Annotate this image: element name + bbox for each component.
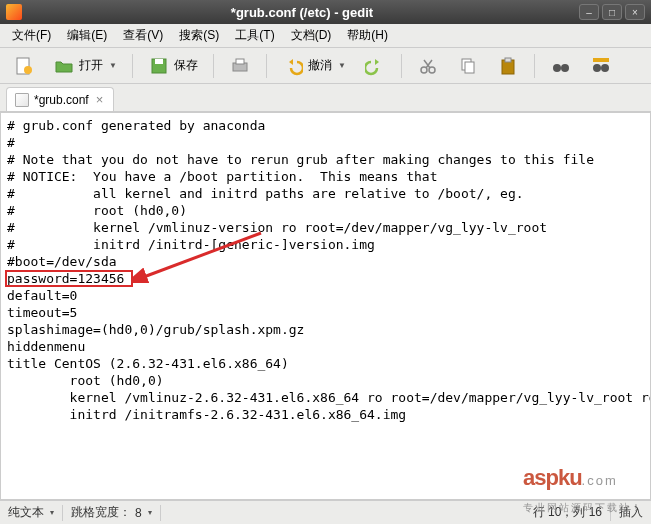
chevron-down-icon: ▾ xyxy=(148,508,152,517)
separator xyxy=(401,54,402,78)
separator xyxy=(160,505,161,521)
save-button[interactable]: 保存 xyxy=(141,52,205,80)
tab-label: *grub.conf xyxy=(34,93,89,107)
open-label: 打开 xyxy=(79,57,103,74)
binoculars-icon xyxy=(550,55,572,77)
printer-icon xyxy=(229,55,251,77)
svg-rect-11 xyxy=(505,58,511,62)
undo-button[interactable]: 撤消 ▼ xyxy=(275,52,353,80)
menu-tools[interactable]: 工具(T) xyxy=(227,24,282,47)
svg-rect-16 xyxy=(593,58,609,62)
redo-button[interactable] xyxy=(357,52,393,80)
paste-button[interactable] xyxy=(490,52,526,80)
svg-point-1 xyxy=(24,66,32,74)
svg-rect-5 xyxy=(236,59,244,64)
status-tabwidth[interactable]: 跳格宽度： 8 ▾ xyxy=(63,504,160,521)
menubar: 文件(F) 编辑(E) 查看(V) 搜索(S) 工具(T) 文档(D) 帮助(H… xyxy=(0,24,651,48)
titlebar: *grub.conf (/etc) - gedit – □ × xyxy=(0,0,651,24)
open-button[interactable]: 打开 ▼ xyxy=(46,52,124,80)
save-label: 保存 xyxy=(174,57,198,74)
status-insert: 插入 xyxy=(611,504,651,521)
folder-open-icon xyxy=(53,55,75,77)
toolbar: 打开 ▼ 保存 撤消 ▼ xyxy=(0,48,651,84)
document-icon xyxy=(15,93,29,107)
redo-icon xyxy=(364,55,386,77)
separator xyxy=(534,54,535,78)
print-button[interactable] xyxy=(222,52,258,80)
undo-label: 撤消 xyxy=(308,57,332,74)
menu-documents[interactable]: 文档(D) xyxy=(283,24,340,47)
separator xyxy=(213,54,214,78)
svg-point-15 xyxy=(601,64,609,72)
cut-button[interactable] xyxy=(410,52,446,80)
paste-icon xyxy=(497,55,519,77)
menu-help[interactable]: 帮助(H) xyxy=(339,24,396,47)
replace-button[interactable] xyxy=(583,52,619,80)
find-button[interactable] xyxy=(543,52,579,80)
close-button[interactable]: × xyxy=(625,4,645,20)
chevron-down-icon: ▾ xyxy=(50,508,54,517)
separator xyxy=(266,54,267,78)
new-button[interactable] xyxy=(6,52,42,80)
save-icon xyxy=(148,55,170,77)
status-mode[interactable]: 纯文本 ▾ xyxy=(0,504,62,521)
undo-icon xyxy=(282,55,304,77)
maximize-button[interactable]: □ xyxy=(602,4,622,20)
window-title: *grub.conf (/etc) - gedit xyxy=(28,5,576,20)
menu-file[interactable]: 文件(F) xyxy=(4,24,59,47)
separator xyxy=(132,54,133,78)
copy-icon xyxy=(457,55,479,77)
tab-close-icon[interactable]: × xyxy=(94,92,106,107)
chevron-down-icon: ▼ xyxy=(338,61,346,70)
menu-edit[interactable]: 编辑(E) xyxy=(59,24,115,47)
menu-view[interactable]: 查看(V) xyxy=(115,24,171,47)
editor-area[interactable]: # grub.conf generated by anaconda # # No… xyxy=(0,112,651,500)
statusbar: 纯文本 ▾ 跳格宽度： 8 ▾ 行 10，列 16 插入 xyxy=(0,500,651,524)
svg-rect-3 xyxy=(155,59,163,64)
tab-grub-conf[interactable]: *grub.conf × xyxy=(6,87,114,111)
minimize-button[interactable]: – xyxy=(579,4,599,20)
menu-search[interactable]: 搜索(S) xyxy=(171,24,227,47)
document-tabstrip: *grub.conf × xyxy=(0,84,651,112)
svg-rect-9 xyxy=(465,62,474,73)
new-icon xyxy=(13,55,35,77)
scissors-icon xyxy=(417,55,439,77)
gedit-icon xyxy=(6,4,22,20)
find-replace-icon xyxy=(590,55,612,77)
status-position: 行 10，列 16 xyxy=(525,504,610,521)
copy-button[interactable] xyxy=(450,52,486,80)
svg-point-13 xyxy=(561,64,569,72)
chevron-down-icon: ▼ xyxy=(109,61,117,70)
annotation-highlight xyxy=(5,270,133,287)
svg-point-14 xyxy=(593,64,601,72)
svg-point-12 xyxy=(553,64,561,72)
